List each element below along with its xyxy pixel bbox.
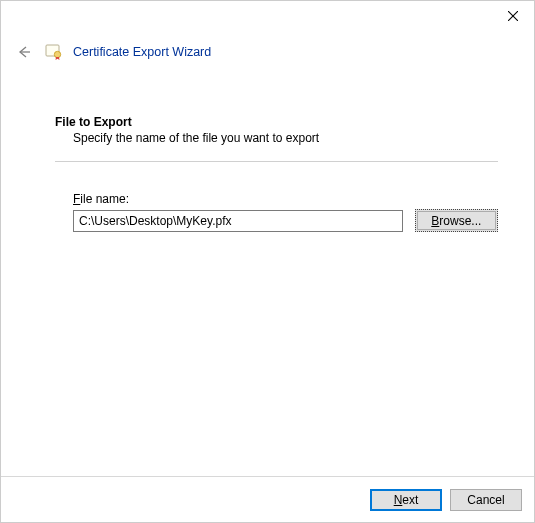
footer: Next Cancel [1, 476, 534, 522]
content-area: File to Export Specify the name of the f… [1, 71, 534, 242]
filename-input[interactable] [73, 210, 403, 232]
divider [55, 161, 498, 162]
svg-point-4 [54, 51, 60, 57]
close-button[interactable] [508, 10, 518, 24]
filename-field-group: File name: Browse... [73, 192, 498, 232]
section-description: Specify the name of the file you want to… [73, 131, 498, 145]
next-button[interactable]: Next [370, 489, 442, 511]
browse-button[interactable]: Browse... [415, 209, 498, 232]
close-icon [508, 11, 518, 21]
filename-label: File name: [73, 192, 129, 206]
cancel-button[interactable]: Cancel [450, 489, 522, 511]
wizard-header: Certificate Export Wizard [1, 33, 534, 71]
section-title: File to Export [55, 115, 498, 129]
titlebar [1, 1, 534, 33]
wizard-title: Certificate Export Wizard [73, 45, 211, 59]
back-arrow-icon [16, 44, 32, 60]
back-button[interactable] [13, 41, 35, 63]
certificate-icon [45, 43, 63, 61]
